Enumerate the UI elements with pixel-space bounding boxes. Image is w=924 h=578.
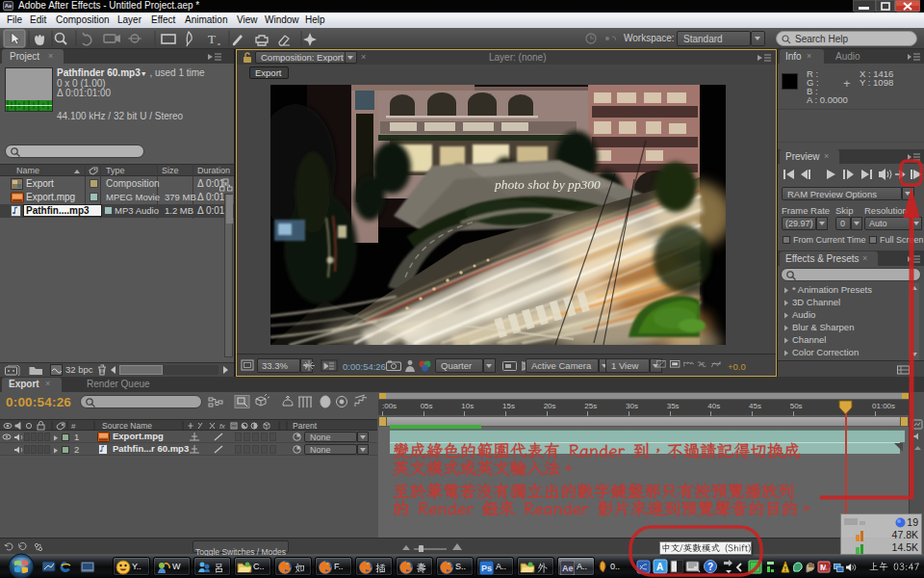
svg-text:Source Name: Source Name (102, 421, 152, 431)
svg-text:Ps: Ps (481, 564, 492, 573)
svg-text:Ae: Ae (562, 564, 574, 573)
svg-text:!: ! (784, 565, 787, 573)
svg-text:?: ? (707, 562, 713, 572)
svg-text:fx: fx (219, 422, 225, 431)
svg-text:Parent: Parent (293, 421, 318, 431)
svg-text:photo shot by pp300: photo shot by pp300 (494, 177, 601, 192)
svg-text:A: A (656, 562, 663, 572)
svg-text:#: # (71, 422, 76, 431)
svg-text:T: T (208, 32, 216, 46)
